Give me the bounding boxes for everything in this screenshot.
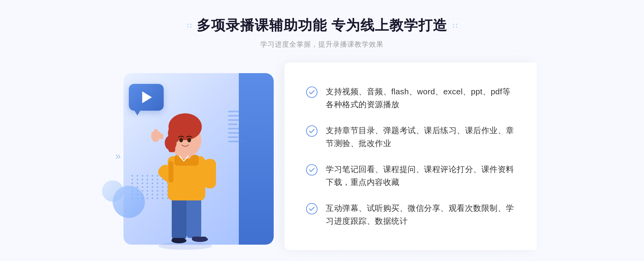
feature-text-3: 学习笔记回看、课程提问、课程评论打分、课件资料下载，重点内容收藏 <box>326 163 515 189</box>
svg-point-0 <box>158 242 212 250</box>
feature-text-2: 支持章节目录、弹题考试、课后练习、课后作业、章节测验、批改作业 <box>326 124 515 150</box>
page-subtitle: 学习进度全掌握，提升录播课教学效果 <box>187 40 457 49</box>
blue-stripe <box>239 73 274 245</box>
svg-point-25 <box>306 87 317 98</box>
illustration-area: » <box>107 62 290 250</box>
feature-item-1: 支持视频、音频、flash、word、excel、ppt、pdf等各种格式的资源… <box>306 80 515 116</box>
page-wrapper: ∷ 多项录播课辅助功能 专为线上教学打造 ∷ 学习进度全掌握，提升录播课教学效果… <box>0 0 644 261</box>
header-title-row: ∷ 多项录播课辅助功能 专为线上教学打造 ∷ <box>187 16 457 35</box>
header-section: ∷ 多项录播课辅助功能 专为线上教学打造 ∷ 学习进度全掌握，提升录播课教学效果 <box>187 0 457 60</box>
svg-rect-6 <box>172 238 185 242</box>
feature-text-1: 支持视频、音频、flash、word、excel、ppt、pdf等各种格式的资源… <box>326 85 515 111</box>
check-icon-4 <box>306 203 318 215</box>
side-arrow-decoration: » <box>115 151 121 162</box>
features-area: 支持视频、音频、flash、word、excel、ppt、pdf等各种格式的资源… <box>284 62 537 250</box>
page-title: 多项录播课辅助功能 专为线上教学打造 <box>197 16 447 35</box>
person-figure <box>140 95 231 250</box>
feature-text-4: 互动弹幕、试听购买、微信分享、观看次数限制、学习进度跟踪、数据统计 <box>326 202 515 228</box>
decorative-circle-2 <box>102 180 123 202</box>
svg-rect-10 <box>204 159 216 188</box>
svg-point-23 <box>187 138 191 142</box>
feature-item-4: 互动弹幕、试听购买、微信分享、观看次数限制、学习进度跟踪、数据统计 <box>306 196 515 233</box>
svg-rect-15 <box>160 133 163 139</box>
svg-point-26 <box>306 126 317 136</box>
svg-point-22 <box>179 138 183 142</box>
feature-item-2: 支持章节目录、弹题考试、课后练习、课后作业、章节测验、批改作业 <box>306 119 515 155</box>
svg-rect-13 <box>151 132 155 139</box>
svg-rect-4 <box>192 237 207 240</box>
svg-point-27 <box>306 165 317 175</box>
svg-rect-2 <box>186 196 201 238</box>
content-section: » <box>107 62 537 250</box>
check-icon-3 <box>306 164 318 176</box>
title-dots-right: ∷ <box>453 21 457 30</box>
check-icon-2 <box>306 125 318 137</box>
svg-rect-1 <box>172 196 186 239</box>
feature-item-3: 学习笔记回看、课程提问、课程评论打分、课件资料下载，重点内容收藏 <box>306 158 515 194</box>
chevron-icon: » <box>115 151 121 162</box>
svg-point-28 <box>306 203 317 214</box>
svg-rect-21 <box>169 141 175 152</box>
svg-rect-24 <box>169 161 173 182</box>
check-icon-1 <box>306 86 318 98</box>
title-dots-left: ∷ <box>187 21 191 30</box>
